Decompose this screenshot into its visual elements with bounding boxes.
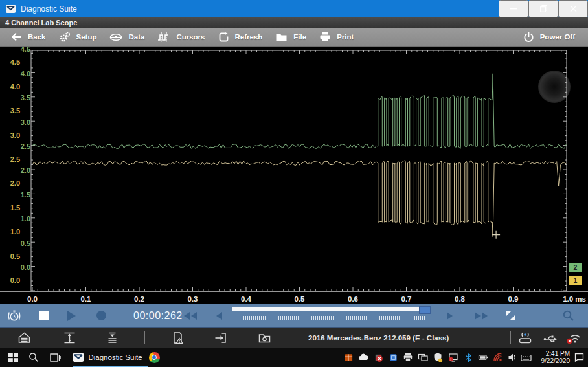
- touch-keyboard-icon[interactable]: [519, 348, 532, 367]
- vci-device-icon: [517, 331, 533, 345]
- levels-adjust-icon: [105, 331, 120, 345]
- vci-device-button[interactable]: [517, 328, 533, 348]
- sign-out-button[interactable]: [213, 328, 228, 348]
- task-view-button[interactable]: [47, 348, 63, 367]
- svg-text:1.0 ms: 1.0 ms: [563, 295, 586, 303]
- svg-text:0.8: 0.8: [455, 295, 466, 303]
- sign-out-icon: [213, 331, 228, 345]
- garage-home-button[interactable]: [17, 328, 32, 348]
- setup-button[interactable]: Setup: [55, 28, 106, 47]
- zoom-button[interactable]: [562, 304, 574, 327]
- taskbar-chrome-button[interactable]: [148, 348, 161, 367]
- intel-blue-icon[interactable]: [387, 348, 400, 367]
- oscilloscope-display[interactable]: 0.00.10.20.30.40.50.60.70.80.91.0 ms4.54…: [0, 47, 588, 304]
- defender-icon[interactable]: [431, 348, 444, 367]
- data-button[interactable]: Data: [106, 28, 153, 47]
- step-forward-icon: [447, 312, 453, 320]
- app-logo-icon: [73, 353, 84, 362]
- position-slider[interactable]: [232, 306, 435, 323]
- chrome-icon: [149, 352, 160, 363]
- dual-monitor-icon[interactable]: [416, 348, 429, 367]
- slider-fill: [232, 307, 420, 311]
- fast-forward-button[interactable]: [475, 304, 488, 327]
- restore-icon: [540, 5, 547, 12]
- play-button[interactable]: [67, 304, 76, 327]
- rewind-button[interactable]: [184, 304, 197, 327]
- svg-text:0.1: 0.1: [81, 295, 92, 303]
- data-eye-icon: [109, 32, 122, 42]
- playback-bar: 00:00:262: [0, 304, 588, 328]
- stop-icon: [39, 311, 49, 320]
- svg-text:4.0: 4.0: [21, 70, 30, 78]
- play-icon: [67, 311, 76, 321]
- wireless-alert-icon[interactable]: [492, 348, 504, 367]
- battery-icon[interactable]: [477, 348, 490, 367]
- svg-text:0.0: 0.0: [10, 276, 20, 284]
- fit-screen-button[interactable]: [504, 304, 517, 327]
- close-icon: [570, 5, 577, 12]
- svg-text:2.5: 2.5: [10, 155, 20, 163]
- garage-home-icon: [17, 331, 32, 345]
- taskbar-search-button[interactable]: [26, 348, 41, 367]
- window-title: Diagnostic Suite: [21, 5, 77, 14]
- usb-button[interactable]: [543, 328, 558, 348]
- power-off-button[interactable]: Power Off: [519, 28, 584, 47]
- refresh-button[interactable]: Refresh: [214, 28, 272, 47]
- printer-icon[interactable]: [401, 348, 414, 367]
- onedrive-icon[interactable]: [357, 348, 370, 367]
- report-alert-icon: [170, 331, 185, 345]
- report-alert-button[interactable]: [170, 328, 185, 348]
- start-button[interactable]: [5, 348, 21, 367]
- svg-text:3.5: 3.5: [10, 107, 20, 115]
- divider: [510, 331, 511, 344]
- svg-text:1: 1: [574, 276, 578, 284]
- scope-canvas: 0.00.10.20.30.40.50.60.70.80.91.0 ms4.54…: [0, 47, 588, 304]
- file-button[interactable]: File: [271, 28, 315, 47]
- app-orange-icon[interactable]: [342, 348, 355, 367]
- svg-text:0.4: 0.4: [241, 295, 252, 303]
- usb-icon: [543, 331, 558, 345]
- action-center-button[interactable]: [571, 348, 587, 367]
- stop-button[interactable]: [39, 304, 49, 327]
- taskbar: Diagnostic Suite 2:41 PM: [0, 348, 588, 367]
- volume-icon[interactable]: [506, 348, 519, 367]
- svg-text:0.5: 0.5: [10, 252, 20, 260]
- status-bar: 2016 Mercedes-Benz 212.059 (E - Class): [0, 328, 588, 348]
- display-alert-icon[interactable]: [447, 348, 460, 367]
- levels-adjust-button[interactable]: [105, 328, 120, 348]
- fit-screen-icon: [504, 309, 517, 322]
- fast-forward-icon: [475, 312, 481, 320]
- app-logo-icon: [6, 5, 16, 13]
- close-button[interactable]: [558, 0, 588, 17]
- print-button[interactable]: Print: [315, 28, 363, 47]
- timer-icon: [6, 309, 22, 323]
- svg-text:3.0: 3.0: [10, 131, 20, 139]
- power-icon: [523, 32, 534, 43]
- wifi-error-button[interactable]: [566, 328, 583, 348]
- range-adjust-button[interactable]: [62, 328, 77, 348]
- timer-button[interactable]: [6, 304, 22, 327]
- taskbar-app-diagnostic-suite[interactable]: Diagnostic Suite: [68, 348, 143, 367]
- recordings-folder-button[interactable]: [257, 328, 272, 348]
- wifi-error-icon: [566, 330, 583, 346]
- alert-red-icon[interactable]: [372, 348, 385, 367]
- maximize-button[interactable]: [528, 0, 558, 17]
- vehicle-info: 2016 Mercedes-Benz 212.059 (E - Class): [308, 328, 449, 348]
- divider: [144, 331, 145, 344]
- rewind-icon: [184, 312, 190, 320]
- slider-handle[interactable]: [419, 306, 431, 314]
- cursors-button[interactable]: Cursors: [153, 28, 214, 47]
- range-adjust-icon: [62, 331, 77, 345]
- step-back-button[interactable]: [216, 304, 222, 327]
- folder-icon: [275, 32, 288, 42]
- bluetooth-icon[interactable]: [462, 348, 475, 367]
- back-button[interactable]: Back: [6, 28, 55, 47]
- gears-icon: [59, 32, 71, 43]
- cursors-waveform-icon: [157, 32, 170, 43]
- record-button[interactable]: [96, 304, 106, 327]
- minimize-button[interactable]: [499, 0, 528, 17]
- svg-text:4.0: 4.0: [10, 83, 20, 91]
- taskbar-clock[interactable]: 2:41 PM 9/22/2020: [541, 348, 571, 367]
- step-forward-button[interactable]: [447, 304, 453, 327]
- toolbar: Back Setup Data Cursors Refresh: [0, 28, 588, 47]
